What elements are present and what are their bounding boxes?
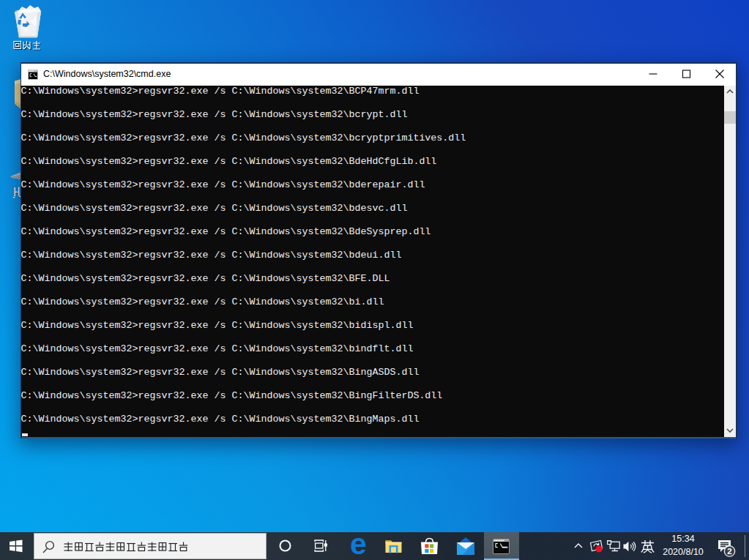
- svg-text:2: 2: [727, 547, 731, 556]
